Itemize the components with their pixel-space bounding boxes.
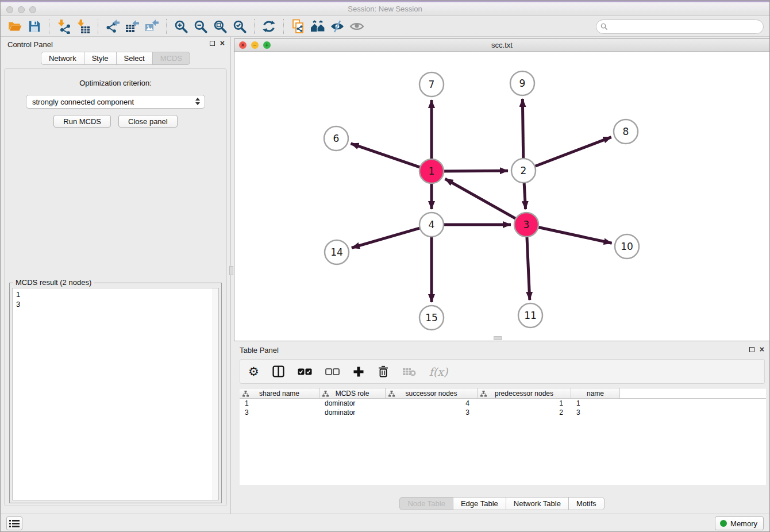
table-cell[interactable]: dominator: [319, 408, 386, 417]
graph-edge-3-11[interactable]: [527, 236, 530, 300]
show-column-icon[interactable]: [272, 365, 284, 379]
graph-edge-1-6[interactable]: [351, 144, 421, 168]
table-cell[interactable]: 1: [478, 399, 571, 408]
delete-row-icon[interactable]: [378, 365, 389, 379]
svg-text:4: 4: [429, 219, 435, 230]
run-mcds-button[interactable]: Run MCDS: [53, 115, 111, 128]
graph-node-4[interactable]: 4: [419, 213, 444, 237]
deselect-all-icon[interactable]: [325, 365, 340, 379]
export-table-icon[interactable]: [122, 18, 142, 35]
settings-gear-icon[interactable]: ⚙: [248, 365, 259, 379]
tab-motifs[interactable]: Motifs: [568, 497, 605, 510]
column-header-successor-nodes[interactable]: successor nodes: [386, 388, 478, 398]
float-panel-icon[interactable]: [210, 41, 215, 46]
graph-edge-2-3[interactable]: [524, 182, 526, 209]
graph-edge-3-1[interactable]: [445, 179, 517, 219]
tab-edge-table[interactable]: Edge Table: [453, 497, 506, 510]
show-graphics-details-icon[interactable]: [347, 18, 367, 35]
main-toolbar: [1, 17, 769, 37]
tab-mcds[interactable]: MCDS: [152, 52, 190, 65]
graph-node-8[interactable]: 8: [614, 119, 638, 144]
table-cell[interactable]: dominator: [319, 399, 386, 408]
close-panel-button[interactable]: Close panel: [118, 115, 178, 128]
svg-text:14: 14: [330, 246, 343, 258]
table-cell[interactable]: 3: [386, 408, 478, 417]
table-row[interactable]: 1dominator411: [240, 399, 766, 408]
column-header-name[interactable]: name: [571, 388, 620, 398]
graph-node-2[interactable]: 2: [511, 159, 536, 183]
graph-node-15[interactable]: 15: [419, 306, 444, 330]
svg-text:9: 9: [519, 78, 526, 89]
tab-network-table[interactable]: Network Table: [506, 497, 569, 510]
mcds-result-textarea[interactable]: 13: [12, 288, 219, 500]
column-header-shared-name[interactable]: shared name: [240, 388, 319, 398]
close-panel-icon[interactable]: ×: [220, 40, 225, 47]
copy-network-icon[interactable]: [288, 18, 308, 35]
header-filler: [620, 388, 766, 398]
tab-network[interactable]: Network: [41, 52, 84, 65]
zoom-in-icon[interactable]: [171, 18, 191, 35]
graph-edge-4-14[interactable]: [352, 228, 421, 248]
window-title: Session: New Session: [1, 5, 769, 13]
export-image-icon[interactable]: [142, 18, 161, 35]
table-row[interactable]: 3dominator323: [240, 408, 766, 417]
panel-splitter-handle[interactable]: [494, 336, 502, 340]
graph-edge-2-8[interactable]: [534, 137, 611, 167]
import-network-icon[interactable]: [54, 18, 74, 35]
table-cell[interactable]: 1: [240, 399, 319, 408]
zoom-out-icon[interactable]: [191, 18, 210, 35]
table-cell[interactable]: 2: [478, 408, 571, 417]
column-tree-icon: [242, 391, 249, 397]
add-row-icon[interactable]: [353, 365, 364, 379]
graph-node-3[interactable]: 3: [514, 213, 538, 237]
svg-text:8: 8: [623, 126, 629, 137]
mcds-result-line: 3: [16, 299, 215, 309]
graph-node-6[interactable]: 6: [324, 126, 348, 151]
optimization-criterion-select[interactable]: strongly connected component: [26, 95, 205, 109]
network-view-window: × − + scc.txt 7968124314101511: [234, 38, 770, 341]
table-body: 1dominator4113dominator323: [240, 399, 766, 485]
graph-node-14[interactable]: 14: [325, 240, 349, 264]
hide-graphics-details-icon[interactable]: [328, 18, 347, 35]
export-network-icon[interactable]: [103, 18, 122, 35]
network-canvas[interactable]: 7968124314101511: [234, 52, 769, 341]
graph-node-1[interactable]: 1: [419, 159, 444, 183]
tab-select[interactable]: Select: [116, 52, 153, 65]
graph-edge-3-10[interactable]: [537, 227, 612, 243]
show-all-networks-icon[interactable]: [308, 18, 328, 35]
graph-node-7[interactable]: 7: [419, 72, 444, 97]
save-session-icon[interactable]: [25, 18, 44, 35]
table-cell[interactable]: 3: [571, 408, 620, 417]
import-table-icon[interactable]: [74, 18, 93, 35]
column-header-predecessor-nodes[interactable]: predecessor nodes: [478, 388, 571, 398]
select-all-icon[interactable]: [298, 365, 312, 379]
table-panel-tabs: Node TableEdge TableNetwork TableMotifs: [234, 497, 770, 510]
mcds-result-line: 1: [16, 290, 215, 299]
tab-style[interactable]: Style: [84, 52, 117, 65]
zoom-fit-icon[interactable]: [210, 18, 230, 35]
tab-node-table[interactable]: Node Table: [399, 497, 453, 510]
zoom-selected-icon[interactable]: [230, 18, 249, 35]
graph-edge-2-9[interactable]: [522, 99, 523, 160]
memory-button[interactable]: Memory: [715, 516, 764, 530]
result-scrollbar[interactable]: [213, 288, 218, 500]
graph-edge-1-2[interactable]: [442, 171, 508, 171]
open-session-icon[interactable]: [5, 18, 25, 35]
graph-node-10[interactable]: 10: [615, 234, 639, 259]
refresh-layout-icon[interactable]: [259, 18, 279, 35]
column-header-MCDS-role[interactable]: MCDS role: [319, 388, 386, 398]
panel-splitter-handle[interactable]: [229, 266, 233, 275]
svg-text:10: 10: [621, 241, 633, 252]
table-cell[interactable]: 1: [571, 399, 620, 408]
close-table-panel-icon[interactable]: ×: [760, 346, 764, 353]
network-window-titlebar: × − + scc.txt: [234, 39, 769, 52]
search-input[interactable]: [596, 20, 764, 34]
task-history-button[interactable]: [6, 516, 22, 530]
float-table-panel-icon[interactable]: [749, 347, 754, 352]
control-panel-header: Control Panel ×: [1, 37, 230, 52]
graph-node-11[interactable]: 11: [518, 303, 542, 327]
control-panel: Control Panel × NetworkStyleSelectMCDS O…: [1, 37, 231, 514]
table-cell[interactable]: 4: [386, 399, 478, 408]
graph-node-9[interactable]: 9: [510, 71, 534, 95]
table-cell[interactable]: 3: [240, 408, 319, 417]
